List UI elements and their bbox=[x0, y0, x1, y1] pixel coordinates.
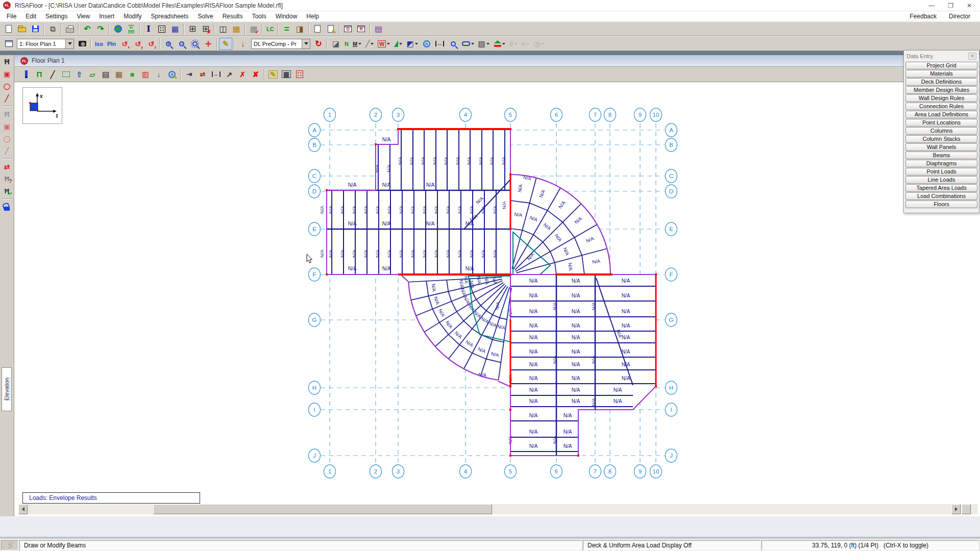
menu-solve[interactable]: Solve bbox=[193, 12, 218, 21]
point-load-icon[interactable]: ↓ bbox=[152, 68, 165, 81]
drawing-grid-icon[interactable]: ▦ bbox=[168, 23, 182, 35]
load-combinations-icon[interactable]: LC bbox=[264, 23, 276, 35]
deck-edge-icon[interactable] bbox=[460, 38, 476, 50]
open-file-icon[interactable] bbox=[15, 23, 29, 35]
undo-selection-icon[interactable]: Ħ↩ bbox=[1, 185, 13, 197]
report-icon[interactable] bbox=[311, 23, 324, 35]
snap-both-icon[interactable]: ⇄ bbox=[196, 68, 209, 81]
data-entry-tapered-area-loads[interactable]: Tapered Area Loads bbox=[905, 184, 977, 192]
save-icon[interactable] bbox=[29, 23, 42, 35]
maximize-button[interactable]: ❐ bbox=[948, 2, 953, 9]
unlock-icon[interactable] bbox=[1, 201, 13, 213]
unselect-line-icon[interactable]: ╱ bbox=[1, 145, 13, 157]
trim-member-icon[interactable]: ✗ bbox=[236, 68, 249, 81]
snapshot-icon[interactable] bbox=[76, 38, 89, 50]
close-button[interactable]: ✕ bbox=[967, 2, 972, 9]
menu-window[interactable]: Window bbox=[271, 12, 302, 21]
iso-view-button[interactable]: Iso bbox=[93, 38, 105, 50]
data-entry-project-grid[interactable]: Project Grid bbox=[905, 62, 977, 69]
delete-member-icon[interactable]: ✘ bbox=[249, 68, 262, 81]
floor-plan-drawing[interactable]: 1122334455667788991010AABBCCDDEEFFGGHHII… bbox=[14, 82, 980, 516]
rotate-x-icon[interactable]: ↺x bbox=[118, 38, 131, 50]
menu-edit[interactable]: Edit bbox=[21, 12, 41, 21]
background-display-icon-dropdown-arrow[interactable] bbox=[526, 43, 529, 45]
load-selector-dropdown-button[interactable] bbox=[302, 39, 310, 48]
minimize-button[interactable]: — bbox=[928, 2, 935, 9]
rotate-y-icon[interactable]: ↺y bbox=[131, 38, 144, 50]
area-load-icon[interactable]: ■ bbox=[126, 68, 139, 81]
draw-beams-icon[interactable]: Π bbox=[33, 68, 46, 81]
snap-points-icon[interactable]: ∷ bbox=[293, 68, 306, 81]
draw-polygon-icon[interactable]: ▱ bbox=[86, 68, 99, 81]
select-polygon-icon[interactable]: ◯ bbox=[1, 80, 13, 92]
edit-mode-icon[interactable]: ✎ bbox=[266, 68, 280, 81]
select-beams-icon[interactable]: Ħ bbox=[1, 56, 13, 67]
design-check-icon[interactable]: ▦✓ bbox=[247, 23, 260, 35]
load-selector[interactable]: DL PreComp - Pr bbox=[251, 39, 310, 49]
web-globe-icon[interactable] bbox=[111, 23, 125, 35]
draw-line-icon[interactable]: ╱ bbox=[46, 68, 59, 81]
member-labels-icon-dropdown-arrow[interactable] bbox=[358, 43, 361, 45]
copy-icon[interactable]: ⧉ bbox=[46, 23, 59, 35]
invert-selection-icon[interactable]: ⇄ bbox=[1, 161, 13, 172]
wall-labels-icon-dropdown-arrow[interactable] bbox=[387, 43, 390, 45]
panel-display-icon[interactable]: ▨ bbox=[476, 38, 492, 50]
data-entry-floors[interactable]: Floors bbox=[905, 201, 977, 208]
snap-center-icon[interactable]: ↔ bbox=[209, 68, 223, 81]
data-entry-wall-design-rules[interactable]: Wall Design Rules bbox=[905, 94, 977, 102]
equal-solve-icon[interactable]: = bbox=[280, 23, 293, 35]
report-edit-icon[interactable]: ✎ bbox=[324, 23, 337, 35]
panel-display-icon-dropdown-arrow[interactable] bbox=[486, 43, 489, 45]
menu-file[interactable]: File bbox=[2, 12, 21, 21]
redo-icon[interactable]: ↷ bbox=[94, 23, 107, 35]
layers-icon[interactable] bbox=[492, 38, 507, 50]
box-select-icon[interactable] bbox=[59, 68, 72, 81]
data-entry-connection-rules[interactable]: Connection Rules bbox=[905, 103, 977, 110]
data-entry-materials[interactable]: Materials bbox=[905, 70, 977, 78]
scrollbar-thumb[interactable] bbox=[153, 504, 492, 514]
results-spreadsheet-icon[interactable]: ▦ bbox=[230, 23, 243, 35]
render-icon[interactable]: ◪ bbox=[329, 38, 342, 50]
data-entry-beams[interactable]: Beams bbox=[905, 152, 977, 159]
spreadsheet-icon[interactable]: ⊞ bbox=[186, 23, 199, 35]
menu-help[interactable]: Help bbox=[302, 12, 324, 21]
data-entry-point-locations[interactable]: Point Locations bbox=[905, 119, 977, 127]
draw-columns-icon[interactable] bbox=[19, 68, 33, 81]
tab-floor-plan-1[interactable]: Floor Plan 1 bbox=[32, 57, 65, 64]
annotation-icon[interactable]: A✎ bbox=[165, 68, 179, 81]
layers-icon-dropdown-arrow[interactable] bbox=[502, 43, 505, 45]
scroll-corner-button[interactable] bbox=[962, 504, 971, 514]
shape-database-icon[interactable]: I bbox=[142, 23, 155, 35]
annotate-icon[interactable]: A bbox=[420, 38, 433, 50]
zoom-box-icon[interactable] bbox=[447, 38, 460, 50]
zoom-out-icon[interactable]: − bbox=[175, 38, 188, 50]
menu-tools[interactable]: Tools bbox=[248, 12, 271, 21]
pins-icon-dropdown-arrow[interactable] bbox=[371, 43, 374, 45]
new-file-icon[interactable] bbox=[2, 23, 15, 35]
member-labels-icon[interactable]: M bbox=[351, 38, 363, 50]
report-window-icon[interactable]: R bbox=[355, 23, 368, 35]
draw-wall-icon[interactable]: ▥ bbox=[139, 68, 152, 81]
snap-left-icon[interactable]: ⇥ bbox=[183, 68, 196, 81]
print-icon[interactable] bbox=[63, 23, 77, 35]
menu-results[interactable]: Results bbox=[218, 12, 248, 21]
project-grid-display-icon-dropdown-arrow[interactable] bbox=[514, 43, 518, 45]
menu-feedback[interactable]: Feedback bbox=[905, 12, 941, 21]
reload-icon[interactable]: ↻ bbox=[312, 38, 325, 50]
data-entry-load-combinations[interactable]: Load Combinations bbox=[905, 192, 977, 200]
menu-modify[interactable]: Modify bbox=[119, 12, 146, 21]
unselect-box-icon[interactable]: ▣ bbox=[1, 120, 13, 132]
menu-insert[interactable]: Insert bbox=[94, 12, 119, 21]
data-entry-close-icon[interactable]: ✕ bbox=[968, 53, 976, 60]
pins-icon[interactable]: ╱ bbox=[363, 38, 376, 50]
grid-mode-icon[interactable]: ▦ bbox=[280, 68, 293, 81]
zoom-window-icon[interactable] bbox=[188, 38, 202, 50]
scroll-right-button[interactable] bbox=[951, 504, 961, 514]
area-shade-icon[interactable]: ◩ bbox=[404, 38, 420, 50]
data-entry-point-loads[interactable]: Point Loads bbox=[905, 168, 977, 176]
deck-display-icon-dropdown-arrow[interactable] bbox=[399, 43, 402, 45]
menu-settings[interactable]: Settings bbox=[41, 12, 72, 21]
plan-view-button[interactable]: Pln bbox=[105, 38, 118, 50]
assign-loads-icon[interactable]: ↓ bbox=[236, 38, 250, 50]
floor-selector[interactable]: 1: Floor Plan 1 bbox=[17, 39, 74, 49]
